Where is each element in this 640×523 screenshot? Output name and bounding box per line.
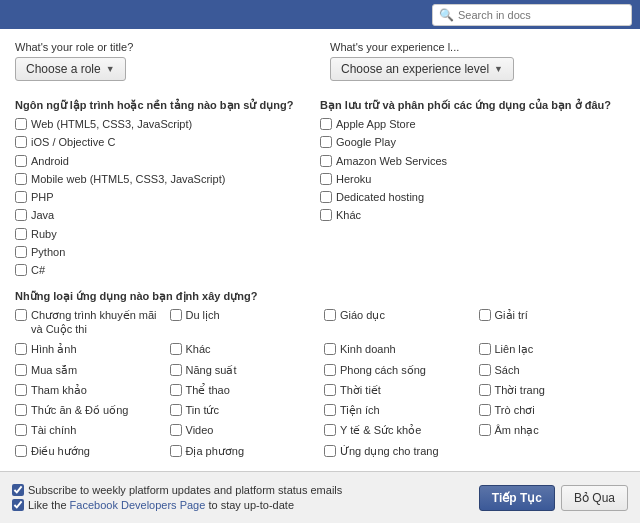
app-type-item[interactable]: Liên lạc (479, 342, 626, 356)
lang-item[interactable]: iOS / Objective C (15, 135, 320, 149)
app-type-item[interactable]: Hình ảnh (15, 342, 162, 356)
lang-item[interactable]: C# (15, 263, 320, 277)
next-button[interactable]: Tiếp Tục (479, 485, 555, 511)
app-type-item[interactable]: Thời trang (479, 383, 626, 397)
app-type-label: Tài chính (31, 423, 76, 437)
storage-checkbox[interactable] (320, 136, 332, 148)
lang-checkbox[interactable] (15, 155, 27, 167)
storage-item[interactable]: Dedicated hosting (320, 190, 625, 204)
app-type-item[interactable]: Tin tức (170, 403, 317, 417)
storage-item[interactable]: Khác (320, 208, 625, 222)
like-label: Like the Facebook Developers Page to sta… (28, 499, 294, 511)
like-checkbox-item[interactable]: Like the Facebook Developers Page to sta… (12, 499, 342, 511)
lang-checkbox[interactable] (15, 136, 27, 148)
app-type-checkbox[interactable] (324, 404, 336, 416)
app-type-item[interactable]: Chương trình khuyến mãi và Cuộc thi (15, 308, 162, 337)
app-type-checkbox[interactable] (15, 364, 27, 376)
role-dropdown[interactable]: Choose a role ▼ (15, 57, 126, 81)
app-type-item[interactable]: Phong cách sống (324, 363, 471, 377)
storage-checkbox[interactable] (320, 118, 332, 130)
storage-item[interactable]: Heroku (320, 172, 625, 186)
app-type-checkbox[interactable] (324, 445, 336, 457)
app-type-item[interactable]: Du lịch (170, 308, 317, 337)
lang-item[interactable]: Web (HTML5, CSS3, JavaScript) (15, 117, 320, 131)
app-type-checkbox[interactable] (15, 404, 27, 416)
lang-checkbox[interactable] (15, 246, 27, 258)
app-type-item[interactable]: Điều hướng (15, 444, 162, 458)
lang-checkbox[interactable] (15, 209, 27, 221)
fb-developers-link[interactable]: Facebook Developers Page (70, 499, 206, 511)
lang-item[interactable]: Python (15, 245, 320, 259)
storage-checkbox[interactable] (320, 155, 332, 167)
storage-item[interactable]: Amazon Web Services (320, 154, 625, 168)
storage-checkbox[interactable] (320, 173, 332, 185)
app-type-item[interactable]: Trò chơi (479, 403, 626, 417)
app-type-item[interactable]: Sách (479, 363, 626, 377)
app-type-checkbox[interactable] (324, 309, 336, 321)
lang-item[interactable]: Ruby (15, 227, 320, 241)
app-type-item[interactable]: Giải trí (479, 308, 626, 337)
app-type-checkbox[interactable] (170, 404, 182, 416)
app-type-checkbox[interactable] (170, 343, 182, 355)
app-type-item[interactable]: Giáo dục (324, 308, 471, 337)
lang-checkbox[interactable] (15, 173, 27, 185)
app-type-item[interactable]: Tài chính (15, 423, 162, 437)
lang-item[interactable]: Android (15, 154, 320, 168)
app-type-checkbox[interactable] (170, 445, 182, 457)
lang-checkbox[interactable] (15, 228, 27, 240)
lang-item-label: PHP (31, 190, 54, 204)
lang-item[interactable]: Mobile web (HTML5, CSS3, JavaScript) (15, 172, 320, 186)
storage-item[interactable]: Google Play (320, 135, 625, 149)
app-type-item[interactable]: Thức ăn & Đồ uống (15, 403, 162, 417)
subscribe-checkbox-item[interactable]: Subscribe to weekly platform updates and… (12, 484, 342, 496)
subscribe-label: Subscribe to weekly platform updates and… (28, 484, 342, 496)
app-type-item[interactable]: Địa phương (170, 444, 317, 458)
app-type-checkbox[interactable] (15, 424, 27, 436)
app-type-item[interactable]: Video (170, 423, 317, 437)
app-type-checkbox[interactable] (15, 343, 27, 355)
app-type-checkbox[interactable] (479, 424, 491, 436)
lang-item[interactable]: Java (15, 208, 320, 222)
skip-button[interactable]: Bỏ Qua (561, 485, 628, 511)
app-type-item[interactable]: Y tế & Sức khỏe (324, 423, 471, 437)
app-type-item[interactable]: Mua sắm (15, 363, 162, 377)
app-type-item[interactable]: Thời tiết (324, 383, 471, 397)
app-type-checkbox[interactable] (170, 384, 182, 396)
app-type-checkbox[interactable] (479, 384, 491, 396)
app-type-checkbox[interactable] (15, 309, 27, 321)
experience-dropdown[interactable]: Choose an experience level ▼ (330, 57, 514, 81)
app-type-item[interactable]: Khác (170, 342, 317, 356)
app-type-item[interactable]: Tham khảo (15, 383, 162, 397)
storage-item[interactable]: Apple App Store (320, 117, 625, 131)
app-type-item[interactable]: Tiện ích (324, 403, 471, 417)
app-type-item[interactable]: Năng suất (170, 363, 317, 377)
storage-checkbox[interactable] (320, 191, 332, 203)
app-type-checkbox[interactable] (170, 424, 182, 436)
app-type-checkbox[interactable] (324, 384, 336, 396)
app-type-item[interactable] (479, 444, 626, 458)
app-type-item[interactable]: Kinh doanh (324, 342, 471, 356)
app-type-checkbox[interactable] (324, 343, 336, 355)
app-type-checkbox[interactable] (479, 364, 491, 376)
app-type-checkbox[interactable] (324, 424, 336, 436)
app-type-item[interactable]: Âm nhạc (479, 423, 626, 437)
subscribe-checkbox[interactable] (12, 484, 24, 496)
search-box[interactable]: 🔍 (432, 4, 632, 26)
like-checkbox[interactable] (12, 499, 24, 511)
lang-checkbox[interactable] (15, 191, 27, 203)
app-type-checkbox[interactable] (324, 364, 336, 376)
app-type-checkbox[interactable] (479, 309, 491, 321)
app-type-item[interactable]: Thể thao (170, 383, 317, 397)
app-type-checkbox[interactable] (15, 384, 27, 396)
app-type-item[interactable]: Ứng dụng cho trang (324, 444, 471, 458)
app-type-checkbox[interactable] (479, 404, 491, 416)
storage-checkbox[interactable] (320, 209, 332, 221)
lang-checkbox[interactable] (15, 264, 27, 276)
app-type-checkbox[interactable] (479, 343, 491, 355)
search-input[interactable] (458, 9, 625, 21)
lang-checkbox[interactable] (15, 118, 27, 130)
app-type-checkbox[interactable] (170, 364, 182, 376)
app-type-checkbox[interactable] (170, 309, 182, 321)
app-type-checkbox[interactable] (15, 445, 27, 457)
lang-item[interactable]: PHP (15, 190, 320, 204)
